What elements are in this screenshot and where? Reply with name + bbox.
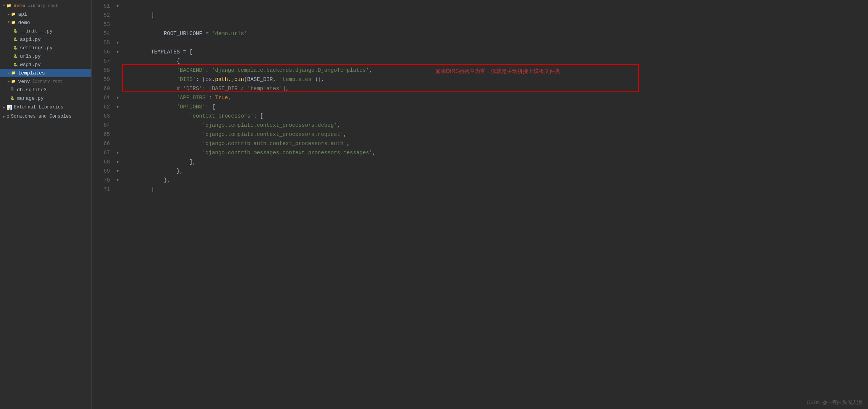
code-line-62: 'context_processors': [ — [122, 102, 868, 112]
fold-marker-52 — [115, 11, 121, 20]
fold-marker-65 — [115, 130, 121, 139]
library-root-badge: library root — [28, 3, 58, 8]
sidebar-item-label: venv — [18, 79, 30, 84]
fold-marker-54 — [115, 29, 121, 38]
sidebar-item-settings-py[interactable]: 🐍 settings.py — [0, 44, 91, 52]
folder-icon: 📁 — [10, 70, 16, 76]
fold-marker-67[interactable]: ▼ — [115, 148, 121, 157]
code-line-61: 'OPTIONS': { — [122, 93, 868, 102]
code-line-57: 'BACKEND': 'django.template.backends.dja… — [122, 57, 868, 66]
sidebar-item-scratches[interactable]: ▶ ⊙ Scratches and Consoles — [0, 112, 91, 121]
line-numbers-gutter: 51 52 53 54 55 56 57 58 59 60 61 62 63 6… — [92, 0, 115, 409]
code-line-66: 'django.contrib.messages.context_process… — [122, 139, 868, 148]
database-file-icon: 🗄 — [9, 87, 15, 93]
code-line-55: TEMPLATES = [ — [122, 38, 868, 47]
folder-icon: 📁 — [10, 78, 16, 84]
fold-marker-60 — [115, 84, 121, 93]
code-content-area: 51 52 53 54 55 56 57 58 59 60 61 62 63 6… — [92, 0, 868, 409]
code-line-58: 'DIRS': [os.path.join(BASE_DIR, 'templat… — [122, 66, 868, 75]
folder-icon: 📁 — [10, 19, 16, 26]
fold-marker-70[interactable]: ▼ — [115, 176, 121, 185]
python-file-icon: 🐍 — [12, 61, 18, 68]
sidebar-item-templates[interactable]: ▶ 📁 templates — [0, 69, 91, 77]
sidebar-item-label: wsgi.py — [20, 62, 41, 68]
code-line-70: ] — [122, 176, 868, 185]
chevron-right-icon: ▶ — [3, 105, 5, 110]
fold-marker-64 — [115, 121, 121, 130]
fold-marker-63 — [115, 112, 121, 121]
library-root-badge2: library root — [32, 79, 63, 84]
sidebar-item-label: __init__.py — [20, 28, 53, 34]
folder-icon: 📁 — [10, 11, 16, 17]
sidebar-item-manage-py[interactable]: 🐍 manage.py — [0, 94, 91, 102]
fold-marker-61[interactable]: ▼ — [115, 93, 121, 102]
python-file-icon: 🐍 — [12, 53, 18, 59]
chevron-right-icon: ▶ — [3, 115, 5, 119]
code-line-69: }, — [122, 167, 868, 176]
fold-marker-71 — [115, 185, 121, 194]
fold-marker-58 — [115, 66, 121, 75]
sidebar-item-label: demo — [13, 3, 25, 9]
chevron-right-icon: ▶ — [8, 79, 10, 84]
folder-icon: 📁 — [6, 3, 12, 9]
fold-marker-56[interactable]: ▼ — [115, 47, 121, 57]
code-line-56: { — [122, 47, 868, 57]
code-line-71 — [122, 185, 868, 194]
sidebar-item-label: settings.py — [20, 45, 53, 51]
code-line-53: ROOT_URLCONF = 'demo.urls' — [122, 20, 868, 29]
sidebar-item-urls-py[interactable]: 🐍 urls.py — [0, 52, 91, 60]
code-line-67: ], — [122, 148, 868, 157]
watermark: CSDN @一夜白头催人泪 — [807, 399, 862, 406]
code-lines-area[interactable]: ] ROOT_URLCONF = 'demo.urls' TEMPLATES =… — [122, 0, 868, 409]
sidebar-item-label: manage.py — [17, 95, 44, 101]
python-file-icon: 🐍 — [12, 28, 18, 34]
python-file-icon: 🐍 — [12, 36, 18, 42]
sidebar-item-label: demo — [18, 20, 30, 26]
code-line-65: 'django.contrib.auth.context_processors.… — [122, 130, 868, 139]
python-file-icon: 🐍 — [12, 45, 18, 51]
fold-marker-69[interactable]: ▼ — [115, 167, 121, 176]
fold-marker-51[interactable]: ▼ — [115, 2, 121, 11]
fold-marker-57 — [115, 57, 121, 66]
sidebar-item-api[interactable]: ▶ 📁 api — [0, 10, 91, 18]
fold-marker-59 — [115, 75, 121, 84]
sidebar-item-label: asgi.py — [20, 37, 41, 42]
sidebar-item-label: External Libraries — [14, 105, 63, 110]
sidebar-item-label: templates — [18, 70, 45, 76]
sidebar-item-external-libraries[interactable]: ▶ 📊 External Libraries — [0, 102, 91, 112]
fold-marker-62[interactable]: ▼ — [115, 102, 121, 112]
code-line-54 — [122, 29, 868, 38]
fold-marker-53 — [115, 20, 121, 29]
code-line-64: 'django.template.context_processors.requ… — [122, 121, 868, 130]
sidebar-item-db-sqlite3[interactable]: 🗄 db.sqlite3 — [0, 86, 91, 94]
code-line-59: # 'DIRS': [BASE_DIR / 'templates'], — [122, 75, 868, 84]
code-line-60: 'APP_DIRS': True, — [122, 84, 868, 93]
ext-libs-icon: 📊 — [6, 105, 12, 110]
code-line-63: 'django.template.context_processors.debu… — [122, 112, 868, 121]
fold-marker-68[interactable]: ▼ — [115, 157, 121, 167]
code-editor[interactable]: 51 52 53 54 55 56 57 58 59 60 61 62 63 6… — [92, 0, 868, 409]
sidebar-item-venv[interactable]: ▶ 📁 venv library root — [0, 77, 91, 86]
chevron-down-icon: ▼ — [8, 21, 10, 24]
sidebar-item-demo-root[interactable]: ▼ 📁 demo library root — [0, 2, 91, 10]
fold-gutter: ▼ ▼ ▼ ▼ ▼ ▼ ▼ ▼ ▼ — [115, 0, 122, 409]
sidebar-item-asgi-py[interactable]: 🐍 asgi.py — [0, 35, 91, 44]
fold-marker-66 — [115, 139, 121, 148]
fold-marker-55[interactable]: ▼ — [115, 38, 121, 47]
code-line-68: }, — [122, 157, 868, 167]
sidebar-item-wsgi-py[interactable]: 🐍 wsgi.py — [0, 60, 91, 69]
sidebar-item-label: api — [18, 11, 27, 17]
code-line-52 — [122, 11, 868, 20]
sidebar-item-demo[interactable]: ▼ 📁 demo — [0, 18, 91, 27]
code-line-51: ] — [122, 2, 868, 11]
chevron-right-icon: ▶ — [8, 71, 10, 75]
chevron-right-icon: ▶ — [8, 12, 10, 16]
python-file-icon: 🐍 — [9, 95, 15, 101]
sidebar-item-label: Scratches and Consoles — [11, 114, 71, 119]
sidebar-item-label: db.sqlite3 — [17, 87, 47, 93]
scratches-icon: ⊙ — [6, 114, 9, 120]
sidebar-item-init-py[interactable]: 🐍 __init__.py — [0, 27, 91, 35]
sidebar-item-label: urls.py — [20, 53, 41, 59]
chevron-down-icon: ▼ — [3, 4, 5, 8]
file-tree-sidebar[interactable]: ▼ 📁 demo library root ▶ 📁 api ▼ 📁 demo 🐍… — [0, 0, 92, 409]
